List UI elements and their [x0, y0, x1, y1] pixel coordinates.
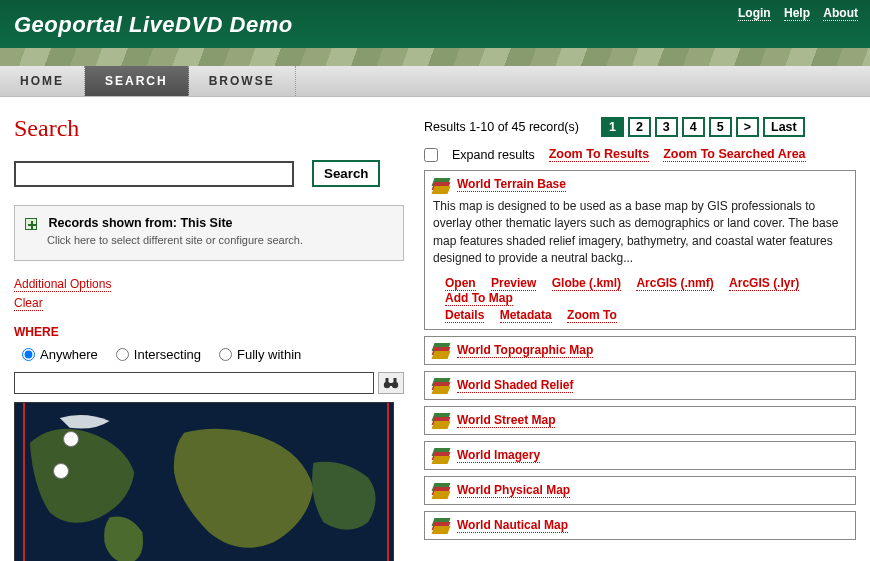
map-preview[interactable] [14, 402, 394, 561]
action-open[interactable]: Open [445, 276, 476, 291]
result-description: This map is designed to be used as a bas… [433, 198, 845, 268]
layer-stack-icon [433, 178, 449, 192]
expand-results-checkbox[interactable] [424, 148, 438, 162]
app-header: Geoportal LiveDVD Demo Login Help About [0, 0, 870, 48]
result-card: World Street Map [424, 406, 856, 435]
result-title-link[interactable]: World Terrain Base [457, 177, 566, 192]
result-actions: Open Preview Globe (.kml) ArcGIS (.nmf) … [445, 276, 845, 323]
result-title-link[interactable]: World Street Map [457, 413, 555, 428]
records-title: Records shown from: This Site [48, 216, 232, 230]
action-metadata[interactable]: Metadata [500, 308, 552, 323]
action-preview[interactable]: Preview [491, 276, 536, 291]
layer-stack-icon [433, 448, 449, 462]
search-button[interactable]: Search [312, 160, 380, 187]
zoom-in-icon[interactable] [63, 431, 79, 447]
result-card: World Shaded Relief [424, 371, 856, 400]
nav-browse[interactable]: BROWSE [189, 66, 296, 96]
records-panel[interactable]: Records shown from: This Site Click here… [14, 205, 404, 261]
nav-search[interactable]: SEARCH [85, 66, 189, 96]
binoculars-icon [383, 377, 399, 389]
action-details[interactable]: Details [445, 308, 484, 323]
result-card-featured: World Terrain Base This map is designed … [424, 170, 856, 330]
action-arcgis-lyr[interactable]: ArcGIS (.lyr) [729, 276, 799, 291]
action-add-to-map[interactable]: Add To Map [445, 291, 513, 306]
result-card: World Imagery [424, 441, 856, 470]
where-label: WHERE [14, 325, 404, 339]
zoom-out-icon[interactable] [53, 463, 69, 479]
result-card: World Nautical Map [424, 511, 856, 540]
svg-rect-4 [394, 378, 397, 382]
radio-anywhere[interactable]: Anywhere [22, 347, 98, 362]
page-4[interactable]: 4 [682, 117, 705, 137]
terrain-banner [0, 48, 870, 66]
result-title-link[interactable]: World Topographic Map [457, 343, 593, 358]
page-5[interactable]: 5 [709, 117, 732, 137]
layer-stack-icon [433, 483, 449, 497]
world-map-icon [15, 403, 393, 561]
page-2[interactable]: 2 [628, 117, 651, 137]
result-card: World Topographic Map [424, 336, 856, 365]
layer-stack-icon [433, 413, 449, 427]
result-title-link[interactable]: World Shaded Relief [457, 378, 573, 393]
locate-input[interactable] [14, 372, 374, 394]
additional-options-link[interactable]: Additional Options [14, 277, 111, 292]
expand-results-label: Expand results [452, 148, 535, 162]
layer-stack-icon [433, 378, 449, 392]
nav-home[interactable]: HOME [0, 66, 85, 96]
radio-fully-within[interactable]: Fully within [219, 347, 301, 362]
zoom-to-results-link[interactable]: Zoom To Results [549, 147, 649, 162]
page-1[interactable]: 1 [601, 117, 624, 137]
search-input[interactable] [14, 161, 294, 187]
records-subtitle: Click here to select different site or c… [47, 234, 393, 246]
svg-rect-3 [386, 378, 389, 382]
zoom-to-searched-link[interactable]: Zoom To Searched Area [663, 147, 805, 162]
pager: 1 2 3 4 5 > Last [601, 117, 805, 137]
result-title-link[interactable]: World Imagery [457, 448, 540, 463]
login-link[interactable]: Login [738, 6, 771, 21]
radio-intersecting[interactable]: Intersecting [116, 347, 201, 362]
page-3[interactable]: 3 [655, 117, 678, 137]
results-summary: Results 1-10 of 45 record(s) [424, 120, 579, 134]
page-title: Search [14, 115, 404, 142]
page-last[interactable]: Last [763, 117, 805, 137]
svg-rect-2 [389, 383, 393, 386]
map-extent-right [387, 403, 389, 561]
map-extent-left [23, 403, 25, 561]
result-title-link[interactable]: World Physical Map [457, 483, 570, 498]
result-title-link[interactable]: World Nautical Map [457, 518, 568, 533]
action-globe-kml[interactable]: Globe (.kml) [552, 276, 621, 291]
help-link[interactable]: Help [784, 6, 810, 21]
expand-icon [25, 218, 37, 230]
layer-stack-icon [433, 518, 449, 532]
top-links: Login Help About [728, 6, 858, 20]
result-card: World Physical Map [424, 476, 856, 505]
page-next[interactable]: > [736, 117, 759, 137]
action-zoom-to[interactable]: Zoom To [567, 308, 617, 323]
about-link[interactable]: About [823, 6, 858, 21]
clear-link[interactable]: Clear [14, 296, 43, 311]
main-nav: HOME SEARCH BROWSE [0, 66, 870, 97]
locate-button[interactable] [378, 372, 404, 394]
where-radio-group: Anywhere Intersecting Fully within [22, 347, 404, 362]
action-arcgis-nmf[interactable]: ArcGIS (.nmf) [636, 276, 713, 291]
layer-stack-icon [433, 343, 449, 357]
